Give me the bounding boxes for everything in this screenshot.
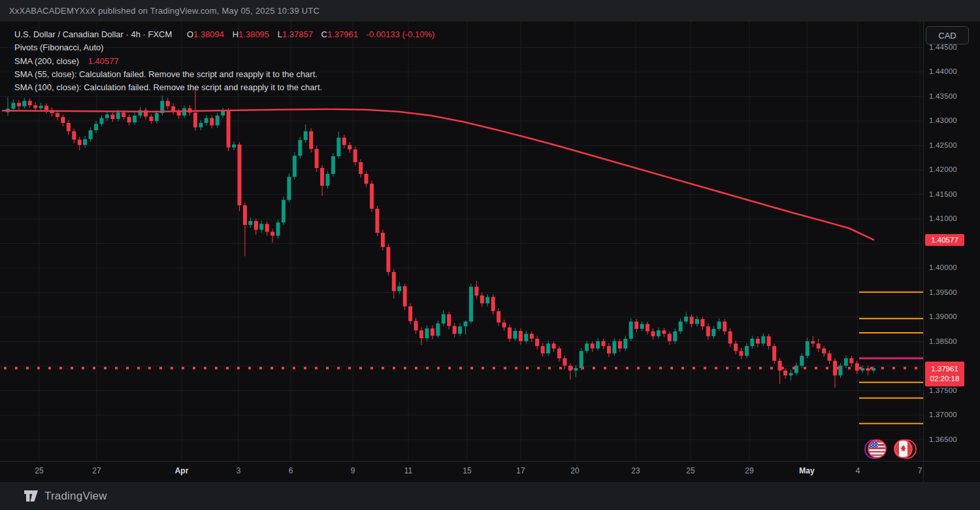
ohlc-high-value: 1.38095: [238, 29, 269, 39]
price-axis-label: 1.44000: [929, 67, 957, 75]
price-axis-label: 1.36500: [929, 435, 957, 443]
time-axis-label: 23: [631, 466, 640, 475]
sma200-legend-row[interactable]: SMA (200, close) 1.40577: [14, 55, 434, 68]
time-axis-label: 15: [463, 466, 471, 475]
candlestick-series: [6, 88, 875, 388]
ohlc-low-label: L: [278, 29, 282, 39]
last-price-value: 1.37961: [931, 364, 958, 374]
sma-200-line: [3, 109, 874, 240]
ohlc-low-value: 1.37857: [282, 29, 313, 39]
time-axis-label: 20: [570, 466, 579, 475]
ohlc-high-label: H: [233, 29, 238, 39]
pivots-legend-row[interactable]: Pivots (Fibonacci, Auto): [14, 41, 434, 54]
time-axis-label: Apr: [175, 466, 189, 475]
symbol-title: U.S. Dollar / Canadian Dollar · 4h · FXC…: [14, 29, 172, 39]
price-axis-label: 1.39000: [929, 313, 957, 320]
sma200-value: 1.40577: [88, 56, 119, 66]
time-axis-label: 6: [289, 466, 293, 475]
symbol-legend-row[interactable]: U.S. Dollar / Canadian Dollar · 4h · FXC…: [14, 28, 434, 41]
ohlc-close-value: 1.37961: [327, 29, 358, 39]
ohlc-open-label: O: [187, 29, 193, 39]
sma-price-badge: 1.40577: [925, 234, 964, 246]
last-price-badge: 1.37961 02:20:18: [925, 362, 964, 386]
currency-toggle-button[interactable]: CAD: [926, 26, 969, 44]
price-axis-label: 1.37500: [929, 386, 957, 394]
time-axis-label: 7: [918, 466, 923, 475]
time-axis-label: 29: [745, 466, 753, 475]
tradingview-logo[interactable]: TradingView: [24, 490, 107, 503]
brand-footer: TradingView: [0, 482, 980, 510]
bar-countdown: 02:20:18: [930, 374, 960, 384]
time-axis-label: 11: [404, 466, 412, 475]
canada-economic-event-marker[interactable]: [894, 439, 915, 458]
sma100-error-row[interactable]: SMA (100, close): Calculation failed. Re…: [14, 81, 434, 94]
time-axis-label: 9: [351, 466, 355, 475]
change-value: -0.00133 (-0.10%): [367, 29, 435, 39]
tradingview-logo-icon: [24, 490, 39, 502]
time-axis-label: 17: [516, 466, 525, 475]
ohlc-close-label: C: [321, 29, 327, 39]
price-axis-label: 1.40000: [929, 264, 957, 271]
price-axis-label: 1.39500: [929, 288, 957, 296]
price-axis-label: 1.42000: [929, 165, 957, 173]
ohlc-open-value: 1.38094: [193, 29, 224, 39]
chart-legend: U.S. Dollar / Canadian Dollar · 4h · FXC…: [14, 28, 434, 94]
time-axis-label: 25: [35, 466, 43, 475]
time-axis-label: 25: [686, 466, 694, 475]
us-flag-icon: [868, 439, 887, 458]
canada-flag-icon: [894, 439, 913, 458]
price-axis-label: 1.43000: [929, 116, 957, 124]
tradingview-chart-page: XxXABACADEMYXxX published on TradingView…: [0, 0, 980, 510]
us-economic-event-marker[interactable]: [864, 439, 885, 458]
time-axis-label: May: [799, 466, 814, 475]
time-axis-label: 4: [856, 466, 860, 475]
price-axis-label: 1.42500: [929, 141, 957, 149]
sma55-error-row[interactable]: SMA (55, close): Calculation failed. Rem…: [14, 68, 434, 81]
price-axis-label: 1.41000: [929, 214, 957, 222]
price-axis-label: 1.37000: [929, 411, 957, 418]
time-axis-label: 27: [92, 466, 101, 475]
price-axis[interactable]: 1.365001.370001.375001.380001.385001.390…: [924, 22, 980, 461]
price-axis-label: 1.41500: [929, 190, 957, 198]
price-axis-label: 1.38500: [929, 337, 957, 345]
time-axis-label: 3: [237, 466, 241, 475]
price-axis-label: 1.43500: [929, 92, 957, 100]
time-axis[interactable]: 2527Apr36911151720232529May47: [0, 462, 923, 482]
brand-name: TradingView: [44, 490, 107, 503]
